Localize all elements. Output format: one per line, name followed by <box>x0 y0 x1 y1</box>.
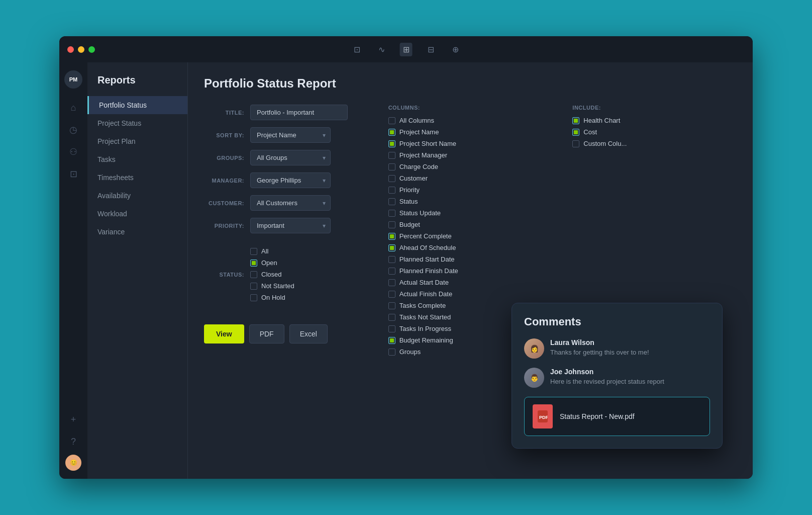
col-budget-label: Budget <box>399 221 420 228</box>
comment-laura: 👩 Laura Wilson Thanks for getting this o… <box>524 338 710 359</box>
col-budget-remaining-checkbox[interactable] <box>388 337 395 344</box>
status-open[interactable]: Open <box>250 259 294 267</box>
col-project-name-checkbox[interactable] <box>388 129 395 136</box>
status-not-started[interactable]: Not Started <box>250 282 294 290</box>
col-budget-checkbox[interactable] <box>388 221 395 228</box>
status-not-started-checkbox[interactable] <box>250 283 257 290</box>
inc-health-checkbox[interactable] <box>572 117 579 124</box>
sidebar-item-project-plan[interactable]: Project Plan <box>87 132 187 150</box>
sidebar-item-project-status[interactable]: Project Status <box>87 114 187 132</box>
col-actual-finish-checkbox[interactable] <box>388 291 395 298</box>
status-all[interactable]: All <box>250 247 294 255</box>
sidebar-item-availability[interactable]: Availability <box>87 187 187 205</box>
traffic-light-yellow[interactable] <box>78 46 84 53</box>
excel-button[interactable]: Excel <box>289 324 328 344</box>
col-ahead-of-schedule[interactable]: Ahead Of Schedule <box>388 244 553 251</box>
sidebar-item-variance[interactable]: Variance <box>87 223 187 241</box>
traffic-light-red[interactable] <box>67 46 74 53</box>
col-planned-start[interactable]: Planned Start Date <box>388 255 553 263</box>
status-row: STATUS: All Open <box>204 247 368 301</box>
col-customer[interactable]: Customer <box>388 175 553 182</box>
col-planned-finish-checkbox[interactable] <box>388 268 395 275</box>
col-charge-label: Charge Code <box>399 163 438 170</box>
col-percent-checkbox[interactable] <box>388 233 395 240</box>
inc-cost-checkbox[interactable] <box>572 129 579 136</box>
status-open-label: Open <box>261 259 277 267</box>
user-avatar[interactable]: 😊 <box>65 455 81 471</box>
col-actual-start-checkbox[interactable] <box>388 279 395 286</box>
status-on-hold[interactable]: On Hold <box>250 294 294 301</box>
sidebar-item-portfolio-status[interactable]: Portfolio Status <box>87 96 187 114</box>
title-input[interactable] <box>250 105 348 120</box>
sidebar-item-tasks[interactable]: Tasks <box>87 150 187 168</box>
status-on-hold-checkbox[interactable] <box>250 294 257 301</box>
clipboard-icon[interactable]: ⊞ <box>400 43 413 56</box>
col-status-update[interactable]: Status Update <box>388 209 553 217</box>
help-nav-icon[interactable]: ? <box>64 433 82 451</box>
status-all-checkbox[interactable] <box>250 248 257 255</box>
home-nav-icon[interactable]: ⌂ <box>64 99 82 117</box>
scan-icon[interactable]: ⊡ <box>351 43 363 56</box>
joe-author: Joe Johnson <box>550 368 664 376</box>
col-charge-code[interactable]: Charge Code <box>388 163 553 170</box>
clock-nav-icon[interactable]: ◷ <box>64 121 82 139</box>
col-priority[interactable]: Priority <box>388 186 553 194</box>
traffic-light-green[interactable] <box>88 46 95 53</box>
status-open-checkbox[interactable] <box>250 260 257 267</box>
file-attachment[interactable]: PDF Status Report - New.pdf <box>524 397 710 436</box>
col-status-update-checkbox[interactable] <box>388 210 395 217</box>
col-actual-finish[interactable]: Actual Finish Date <box>388 290 553 298</box>
plus-nav-icon[interactable]: + <box>64 410 82 428</box>
branch-icon[interactable]: ⊕ <box>449 43 462 56</box>
inc-cost[interactable]: Cost <box>572 128 737 136</box>
col-project-manager[interactable]: Project Manager <box>388 151 553 159</box>
view-button[interactable]: View <box>204 324 244 344</box>
col-short-name-checkbox[interactable] <box>388 140 395 147</box>
status-closed-checkbox[interactable] <box>250 271 257 278</box>
joe-text: Here is the revised project status repor… <box>550 378 664 385</box>
priority-select[interactable]: Important <box>250 218 331 233</box>
col-budget[interactable]: Budget <box>388 221 553 228</box>
inc-custom-col[interactable]: Custom Colu... <box>572 140 737 147</box>
sort-by-select[interactable]: Project Name <box>250 127 331 143</box>
status-closed[interactable]: Closed <box>250 271 294 278</box>
col-status[interactable]: Status <box>388 198 553 205</box>
col-project-name[interactable]: Project Name <box>388 128 553 136</box>
sort-by-label: SORT BY: <box>204 132 244 138</box>
col-groups-label: Groups <box>399 348 421 356</box>
col-planned-start-checkbox[interactable] <box>388 256 395 263</box>
col-charge-checkbox[interactable] <box>388 163 395 170</box>
manager-select[interactable]: George Phillips <box>250 173 331 188</box>
col-ahead-checkbox[interactable] <box>388 244 395 251</box>
pdf-button[interactable]: PDF <box>249 324 284 344</box>
col-tasks-complete-checkbox[interactable] <box>388 302 395 309</box>
col-project-short-name[interactable]: Project Short Name <box>388 140 553 147</box>
customer-select[interactable]: All Customers <box>250 195 331 211</box>
col-all-checkbox[interactable] <box>388 117 395 124</box>
inc-custom-label: Custom Colu... <box>583 140 627 147</box>
groups-select[interactable]: All Groups <box>250 150 331 165</box>
sidebar-item-timesheets[interactable]: Timesheets <box>87 168 187 187</box>
col-tasks-not-started-checkbox[interactable] <box>388 314 395 321</box>
col-actual-finish-label: Actual Finish Date <box>399 290 453 298</box>
col-customer-checkbox[interactable] <box>388 175 395 182</box>
laura-text: Thanks for getting this over to me! <box>550 349 649 356</box>
col-planned-finish[interactable]: Planned Finish Date <box>388 267 553 275</box>
col-tasks-progress-checkbox[interactable] <box>388 325 395 332</box>
users-nav-icon[interactable]: ⚇ <box>64 143 82 161</box>
col-status-checkbox[interactable] <box>388 198 395 205</box>
inc-custom-checkbox[interactable] <box>572 140 579 147</box>
activity-icon[interactable]: ∿ <box>375 43 388 56</box>
joe-avatar-img: 👨 <box>524 368 544 388</box>
sidebar-item-workload[interactable]: Workload <box>87 205 187 223</box>
col-manager-checkbox[interactable] <box>388 152 395 159</box>
inc-health-chart[interactable]: Health Chart <box>572 117 737 124</box>
col-actual-start[interactable]: Actual Start Date <box>388 279 553 286</box>
col-priority-checkbox[interactable] <box>388 187 395 194</box>
col-percent-complete[interactable]: Percent Complete <box>388 232 553 240</box>
link-icon[interactable]: ⊟ <box>425 43 437 56</box>
col-all-columns[interactable]: All Columns <box>388 117 553 124</box>
page-title: Portfolio Status Report <box>204 76 737 91</box>
col-groups-checkbox[interactable] <box>388 349 395 356</box>
briefcase-nav-icon[interactable]: ⊡ <box>64 165 82 183</box>
